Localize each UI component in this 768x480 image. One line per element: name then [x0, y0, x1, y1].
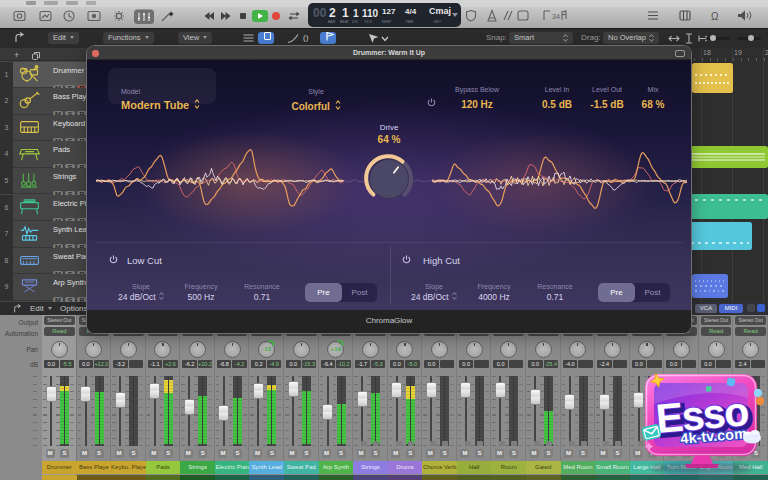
svg-text:34: 34 — [552, 13, 560, 20]
svg-text:Ω: Ω — [711, 11, 719, 22]
